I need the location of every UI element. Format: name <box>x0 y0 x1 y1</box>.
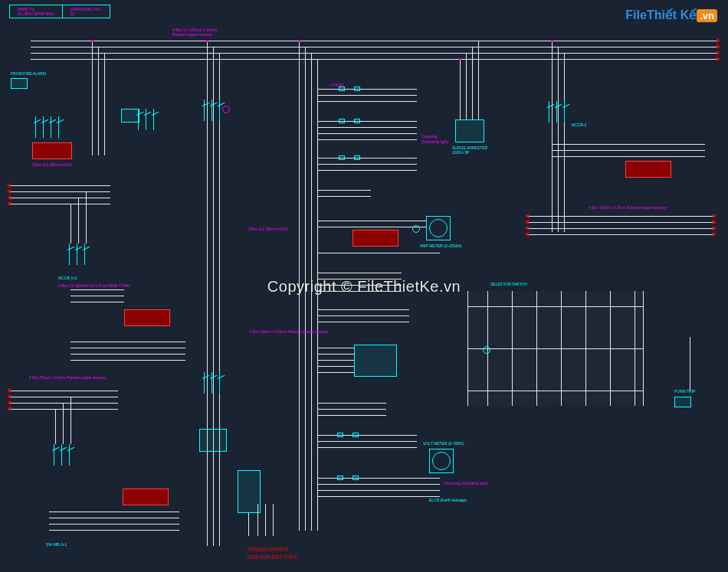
amp-meter <box>426 216 451 240</box>
fire-alarm-label: FROM FIRE ALARM <box>11 71 46 76</box>
out-arrow <box>7 388 11 393</box>
wire <box>63 403 64 444</box>
main-vertical-3 <box>219 53 220 546</box>
wire <box>467 348 644 349</box>
out-arrow <box>525 220 529 224</box>
cable-label: 3 Bus CV 200mm²/1KV From MSB-T7/MG <box>58 283 130 288</box>
branch <box>317 285 402 286</box>
device <box>353 476 359 480</box>
branch <box>317 253 440 253</box>
branch <box>317 127 417 128</box>
branch <box>317 95 417 96</box>
device <box>339 155 345 160</box>
busbar-s <box>31 47 717 47</box>
left-out-bus <box>11 198 110 198</box>
branch <box>317 435 417 436</box>
branch <box>317 273 402 273</box>
branch <box>317 478 440 479</box>
wire <box>71 354 185 355</box>
device <box>354 119 360 123</box>
mccb-label: MCCB-1×1 <box>58 276 77 280</box>
ct-block-left <box>124 309 170 326</box>
cable-center: 3 Bus 6.2 380mm²/1KV <box>248 227 288 231</box>
ct-block-left2 <box>123 489 169 505</box>
branch <box>317 133 417 134</box>
feed-bus <box>11 409 118 410</box>
cable-label: 4 Bus 50mm x 10mm Painted copper busway <box>29 375 107 380</box>
right-out-bus <box>529 228 713 229</box>
branch <box>552 150 705 151</box>
mccb-label: MCCB-2 <box>572 123 586 127</box>
branch <box>317 158 417 159</box>
surge-drop <box>466 53 467 120</box>
busbar-n <box>31 59 717 60</box>
wire <box>273 504 274 536</box>
branch <box>317 441 417 442</box>
out-arrow <box>7 195 11 200</box>
left-out-bus <box>11 185 110 186</box>
out-arrow <box>7 189 11 194</box>
right-out-bus <box>529 216 713 217</box>
branch <box>317 139 417 140</box>
bus-arrow <box>717 44 720 49</box>
busbar-t <box>31 53 717 54</box>
watermark-logo: FileThiết Kế.vn <box>625 8 717 22</box>
branch <box>317 360 354 361</box>
branch <box>317 490 440 491</box>
out-arrow <box>7 201 11 206</box>
ct-block-center <box>353 230 398 247</box>
switch-box <box>121 109 139 123</box>
branch <box>317 101 417 102</box>
surge-drop <box>460 59 461 120</box>
wire <box>690 337 690 391</box>
branch <box>317 372 354 373</box>
device <box>354 155 360 160</box>
right-out-bus <box>529 234 713 235</box>
wire <box>55 409 56 444</box>
fire-alarm-terminal <box>11 78 28 89</box>
out-arrow <box>525 214 529 218</box>
branch <box>317 164 417 165</box>
feed-bus <box>11 391 118 391</box>
trip-label: FORM TRIP <box>674 389 695 394</box>
branch <box>317 409 386 410</box>
out-arrow <box>525 226 529 230</box>
wire <box>71 342 185 342</box>
out-arrow <box>7 183 11 188</box>
branch <box>552 144 705 145</box>
branch <box>317 496 440 497</box>
junction <box>298 40 300 42</box>
mccb-left2 <box>54 444 77 466</box>
branch <box>317 121 417 122</box>
junction <box>459 58 461 60</box>
branch <box>317 279 402 279</box>
bus-arrow <box>717 38 720 43</box>
branch <box>317 190 371 191</box>
branch <box>317 366 354 367</box>
lamp <box>412 225 420 233</box>
wire <box>71 204 71 244</box>
wire <box>71 296 124 296</box>
acb-block <box>32 142 72 159</box>
out-arrow <box>525 232 529 237</box>
out-arrow <box>7 407 11 411</box>
lamp <box>222 106 230 113</box>
feed-bus <box>11 403 118 404</box>
center-component <box>199 429 227 452</box>
trip-terminal <box>674 397 691 407</box>
electrical-schematic: MSB-T1 AC 380V 3P4W 50Hz DRAWING NO: 01 … <box>0 0 728 572</box>
branch <box>552 156 705 157</box>
drawing-no-label: DRAWING NO: <box>71 7 102 11</box>
junction <box>206 40 208 42</box>
right-drop <box>558 47 559 232</box>
wire <box>71 302 124 302</box>
branch <box>317 354 354 355</box>
voltage-spec: AC 380V 3P4W 50Hz <box>18 11 54 16</box>
branch <box>317 227 440 227</box>
branch <box>317 315 409 316</box>
main-vertical-6 <box>311 53 312 531</box>
cable-right: 4 Bus 60mm x 7.5mm Painted copper busway <box>589 205 667 210</box>
junction <box>551 40 553 42</box>
center-switch-b <box>204 372 224 394</box>
ct-block-right <box>625 161 671 178</box>
